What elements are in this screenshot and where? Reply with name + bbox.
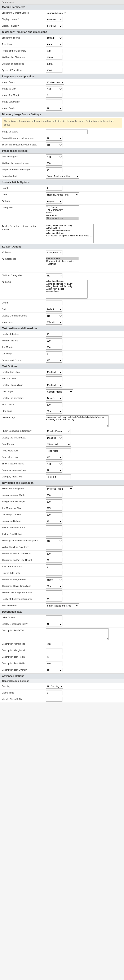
- select-category-name-link[interactable]: NoYes: [46, 468, 62, 473]
- control-thumbnail-hover-transitions[interactable]: YesNo: [46, 584, 122, 589]
- select-order-joomla[interactable]: Recently Added First: [46, 192, 79, 197]
- input-thumbnail-title-height[interactable]: [46, 558, 62, 563]
- control-resize-images[interactable]: YesNo: [46, 154, 122, 159]
- control-display-content[interactable]: EnabledDisabled: [46, 17, 122, 22]
- input-count-joomla[interactable]: [46, 186, 62, 191]
- input-module-class-suffix[interactable]: [46, 697, 62, 702]
- textarea-description-text-html[interactable]: [46, 628, 108, 640]
- control-display-article-text[interactable]: DisabledEnabled: [46, 396, 122, 401]
- input-read-more-text[interactable]: [46, 449, 71, 453]
- select-display-article-text[interactable]: DisabledEnabled: [46, 396, 62, 401]
- control-navigation-buttons[interactable]: OnOff: [46, 519, 122, 523]
- control-thumbnail-title-height[interactable]: [46, 558, 122, 563]
- control-left-margin-nav[interactable]: [46, 512, 122, 517]
- control-order-joomla[interactable]: Recently Added First: [46, 192, 122, 197]
- control-scrolling-thumbnail-nav[interactable]: NoYes: [46, 538, 122, 543]
- input-category-prefix-text[interactable]: [46, 474, 71, 479]
- control-image-size[interactable]: XSmallSmallMediumLarge: [46, 320, 122, 325]
- input-description-margin-top[interactable]: [46, 642, 62, 646]
- control-file-type[interactable]: jpgpnggif: [46, 143, 122, 147]
- input-thumbnail-title-width[interactable]: [46, 551, 62, 556]
- control-image-border[interactable]: NoYes: [46, 106, 122, 111]
- control-display-item-titles[interactable]: EnabledDisabled: [46, 370, 122, 374]
- control-text-prev-button[interactable]: [46, 525, 122, 530]
- control-k2-items-type[interactable]: Categories: [46, 250, 122, 255]
- control-strip-tags[interactable]: YesNo: [46, 409, 122, 414]
- input-nav-area-height[interactable]: [46, 500, 62, 504]
- control-image-top-margin[interactable]: [46, 93, 122, 98]
- control-nav-area-width[interactable]: [46, 493, 122, 498]
- control-category-prefix-text[interactable]: [46, 474, 122, 479]
- control-authors[interactable]: Anyone: [46, 199, 122, 204]
- control-visible-scrollbar-items[interactable]: [46, 545, 122, 549]
- control-image-left-margin[interactable]: [46, 100, 122, 104]
- control-slideshow-navigation[interactable]: Previous / Next: [46, 487, 122, 491]
- control-text-next-button[interactable]: [46, 532, 122, 536]
- input-text-prev-button[interactable]: [46, 525, 62, 530]
- select-resize-method[interactable]: Smart Resize and Crop: [46, 174, 79, 178]
- select-resize-method-thumbnail[interactable]: Smart Resize and Crop: [46, 603, 79, 608]
- control-thumbnail-title-width[interactable]: [46, 551, 122, 556]
- input-title-char-limit[interactable]: [46, 565, 62, 569]
- select-convert-filenames[interactable]: NoYes: [46, 136, 62, 141]
- control-image-directory[interactable]: [46, 129, 122, 134]
- control-description-text-html[interactable]: [46, 628, 122, 640]
- control-slideshow-theme[interactable]: Default: [46, 36, 122, 40]
- control-width-text[interactable]: [46, 339, 122, 343]
- select-navigation-buttons[interactable]: OnOff: [46, 519, 62, 523]
- select-image-as-link[interactable]: YesNo: [46, 87, 62, 91]
- control-image-as-link[interactable]: YesNo: [46, 87, 122, 91]
- select-plugin-behaviour[interactable]: Render Plugin: [46, 429, 71, 433]
- input-limited-title-suffix[interactable]: [46, 571, 62, 576]
- control-description-margin-left[interactable]: [46, 648, 122, 653]
- input-top-margin-nav[interactable]: [46, 506, 62, 511]
- input-width-image-thumbnail[interactable]: [46, 590, 62, 595]
- input-height-resized[interactable]: [46, 167, 62, 172]
- select-file-type[interactable]: jpgpnggif: [46, 143, 62, 147]
- select-description-text-overlay[interactable]: OffOn: [46, 668, 62, 672]
- control-display-comment-count[interactable]: NoYes: [46, 313, 122, 318]
- select-display-comment-count[interactable]: NoYes: [46, 313, 62, 318]
- select-slideshow-theme[interactable]: Default: [46, 36, 62, 40]
- control-k2-categories[interactable]: Democontent Democontent - Accessories - …: [46, 257, 122, 271]
- select-k2-items-type[interactable]: Categories: [46, 250, 62, 255]
- control-nav-area-height[interactable]: [46, 500, 122, 504]
- control-transition[interactable]: Fade: [46, 42, 122, 47]
- input-description-margin-left[interactable]: [46, 648, 62, 653]
- control-height-text[interactable]: [46, 332, 122, 337]
- select-display-description-text[interactable]: NoYes: [46, 622, 62, 627]
- input-left-margin-nav[interactable]: [46, 512, 62, 517]
- control-item-title-class[interactable]: [46, 376, 122, 381]
- control-allowed-tags[interactable]: <p><a><ul><li><ol><h1><h2><h3><h4><h5><h…: [46, 415, 122, 427]
- control-convert-filenames[interactable]: NoYes: [46, 136, 122, 141]
- control-caching[interactable]: No Caching: [46, 684, 122, 689]
- input-visible-scrollbar-items[interactable]: [46, 545, 62, 549]
- input-description-text-height[interactable]: [46, 655, 62, 659]
- select-image-border[interactable]: NoYes: [46, 106, 62, 111]
- control-children-categories[interactable]: NoYes: [46, 273, 122, 278]
- input-description-text-width[interactable]: [46, 661, 62, 666]
- select-display-titles-links[interactable]: EnabledDisabled: [46, 383, 62, 388]
- control-link-target[interactable]: Content Article: [46, 390, 122, 394]
- control-label-for-text[interactable]: [46, 615, 122, 620]
- control-word-count[interactable]: [46, 402, 122, 407]
- control-top-margin-nav[interactable]: [46, 506, 122, 511]
- input-height-image-thumbnail[interactable]: [46, 597, 62, 601]
- control-read-more-link[interactable]: OffOn: [46, 455, 122, 460]
- control-title-char-limit[interactable]: [46, 565, 122, 569]
- select-display-item-titles[interactable]: EnabledDisabled: [46, 370, 62, 374]
- select-resize-images[interactable]: YesNo: [46, 154, 62, 159]
- input-left-margin-text[interactable]: [46, 352, 62, 356]
- select-display-content[interactable]: EnabledDisabled: [46, 17, 62, 22]
- input-word-count[interactable]: [46, 402, 62, 407]
- control-date-format[interactable]: 15 sep. 09: [46, 442, 122, 447]
- input-nav-area-width[interactable]: [46, 493, 62, 498]
- select-display-images[interactable]: EnabledDisabled: [46, 24, 62, 28]
- select-thumbnail-image-effect[interactable]: None: [46, 578, 62, 582]
- select-categories[interactable]: The Project The Community News Extension…: [46, 205, 79, 222]
- input-cache-time[interactable]: [46, 690, 62, 695]
- control-image-source[interactable]: Content ItemDirectory: [46, 80, 122, 85]
- control-duration-each-slide[interactable]: [46, 62, 122, 66]
- control-width-image-thumbnail[interactable]: [46, 590, 122, 595]
- control-description-text-overlay[interactable]: OffOn: [46, 668, 122, 672]
